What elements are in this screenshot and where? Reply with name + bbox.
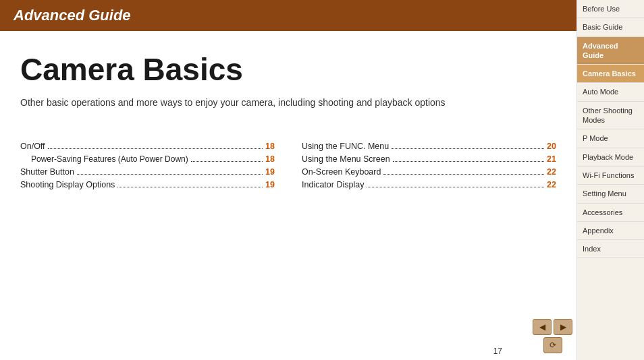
sidebar-item-auto-mode[interactable]: Auto Mode bbox=[577, 83, 644, 101]
nav-row-arrows: ◀ ▶ bbox=[533, 319, 572, 335]
toc-entry[interactable]: Shooting Display Options19 bbox=[20, 180, 275, 189]
sidebar: Before UseBasic GuideAdvanced GuideCamer… bbox=[576, 0, 644, 360]
toc-page: 18 bbox=[265, 154, 275, 164]
toc-dots bbox=[117, 187, 263, 187]
page-title: Camera Basics bbox=[20, 51, 556, 88]
next-button[interactable]: ▶ bbox=[554, 319, 572, 335]
page-number: 17 bbox=[493, 347, 502, 356]
nav-row-home: ⟳ bbox=[543, 337, 562, 353]
toc-label: Indicator Display bbox=[302, 180, 364, 189]
toc-label: Shooting Display Options bbox=[20, 180, 115, 189]
sidebar-item-advanced-guide[interactable]: Advanced Guide bbox=[577, 37, 644, 65]
toc-label: Shutter Button bbox=[20, 167, 74, 177]
toc-section: On/Off18Power-Saving Features (Auto Powe… bbox=[20, 142, 556, 193]
toc-page: 21 bbox=[547, 154, 556, 164]
toc-entry[interactable]: Using the Menu Screen21 bbox=[302, 154, 556, 164]
page-subtitle: Other basic operations and more ways to … bbox=[20, 97, 556, 108]
sidebar-item-playback-mode[interactable]: Playback Mode bbox=[577, 148, 644, 167]
toc-dots bbox=[393, 161, 544, 162]
toc-page: 18 bbox=[265, 142, 275, 151]
header-title: Advanced Guide bbox=[14, 7, 131, 24]
toc-page: 19 bbox=[265, 180, 275, 189]
sidebar-item-other-shooting-modes[interactable]: Other Shooting Modes bbox=[577, 102, 644, 130]
toc-entry[interactable]: Indicator Display22 bbox=[302, 180, 556, 189]
toc-dots bbox=[383, 174, 544, 175]
toc-label: Power-Saving Features (Auto Power Down) bbox=[20, 154, 188, 164]
toc-label: Using the FUNC. Menu bbox=[302, 142, 389, 151]
page-body: Camera Basics Other basic operations and… bbox=[0, 31, 576, 360]
toc-dots bbox=[191, 161, 263, 162]
toc-dots bbox=[367, 187, 544, 187]
toc-page: 22 bbox=[547, 180, 556, 189]
toc-dots bbox=[392, 148, 544, 149]
prev-button[interactable]: ◀ bbox=[533, 319, 552, 335]
toc-label: Using the Menu Screen bbox=[302, 154, 390, 164]
toc-entry[interactable]: On-Screen Keyboard22 bbox=[302, 167, 556, 177]
sidebar-item-accessories[interactable]: Accessories bbox=[577, 204, 644, 222]
sidebar-item-index[interactable]: Index bbox=[577, 240, 644, 258]
sidebar-item-p-mode[interactable]: P Mode bbox=[577, 129, 644, 148]
toc-page: 19 bbox=[265, 167, 275, 177]
toc-dots bbox=[77, 174, 263, 175]
sidebar-item-camera-basics[interactable]: Camera Basics bbox=[577, 65, 644, 83]
toc-right-column: Using the FUNC. Menu20Using the Menu Scr… bbox=[302, 142, 556, 193]
sidebar-item-basic-guide[interactable]: Basic Guide bbox=[577, 18, 644, 36]
toc-dots bbox=[48, 148, 263, 149]
toc-entry[interactable]: Shutter Button19 bbox=[20, 167, 275, 177]
sidebar-item-wi-fi-functions[interactable]: Wi-Fi Functions bbox=[577, 167, 644, 185]
home-button[interactable]: ⟳ bbox=[543, 337, 562, 353]
toc-entry[interactable]: On/Off18 bbox=[20, 142, 275, 151]
toc-label: On-Screen Keyboard bbox=[302, 167, 381, 177]
toc-left-column: On/Off18Power-Saving Features (Auto Powe… bbox=[20, 142, 275, 193]
main-content: Advanced Guide Camera Basics Other basic… bbox=[0, 0, 576, 360]
sidebar-item-setting-menu[interactable]: Setting Menu bbox=[577, 185, 644, 203]
header-bar: Advanced Guide bbox=[0, 0, 576, 31]
sidebar-item-appendix[interactable]: Appendix bbox=[577, 222, 644, 240]
toc-label: On/Off bbox=[20, 142, 45, 151]
sidebar-item-before-use[interactable]: Before Use bbox=[577, 0, 644, 18]
toc-entry[interactable]: Power-Saving Features (Auto Power Down)1… bbox=[20, 154, 275, 164]
toc-entry[interactable]: Using the FUNC. Menu20 bbox=[302, 142, 556, 151]
nav-buttons: ◀ ▶ ⟳ bbox=[533, 319, 572, 353]
toc-page: 20 bbox=[547, 142, 556, 151]
toc-page: 22 bbox=[547, 167, 556, 177]
